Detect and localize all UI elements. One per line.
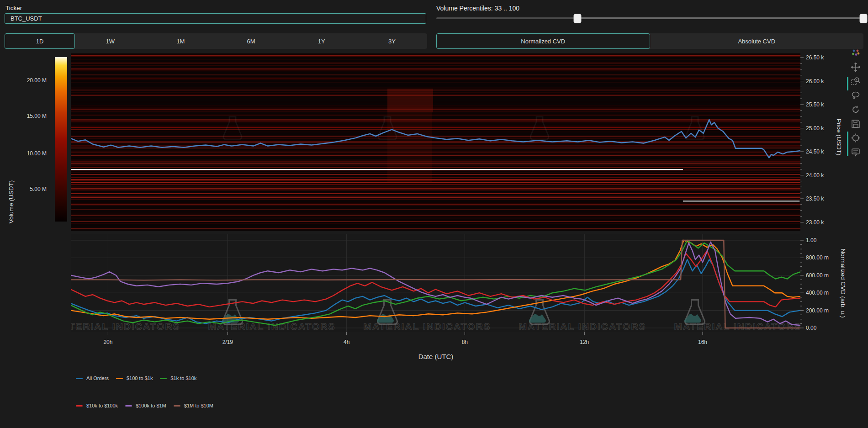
legend-label: All Orders bbox=[86, 375, 109, 381]
cvd-tick-label: 200.00 m bbox=[806, 307, 829, 314]
modebar-active-indicator bbox=[847, 132, 848, 156]
watermark-text: MATERIAL INDICATORS bbox=[519, 321, 646, 332]
save-image-icon[interactable] bbox=[851, 119, 860, 128]
lasso-select-icon[interactable] bbox=[851, 91, 860, 100]
legend-item[interactable]: $100 to $1k bbox=[116, 375, 153, 381]
hover-mode-icon[interactable] bbox=[851, 148, 860, 157]
spikelines-icon[interactable] bbox=[851, 133, 860, 143]
legend-item[interactable]: All Orders bbox=[76, 375, 109, 381]
legend-swatch-icon bbox=[174, 405, 180, 407]
volume-tick-label: 10.00 M bbox=[14, 150, 47, 157]
legend-swatch-icon bbox=[76, 405, 83, 407]
cvd-tick-label: 400.00 m bbox=[806, 290, 829, 296]
pan-icon[interactable] bbox=[851, 63, 860, 72]
legend-label: $1k to $10k bbox=[170, 375, 196, 381]
plotly-logo-icon[interactable] bbox=[851, 48, 860, 58]
price-tick-label: 23.00 k bbox=[806, 219, 824, 226]
legend-label: $10k to $100k bbox=[86, 403, 118, 408]
legend-row: All Orders$100 to $1k$1k to $10k bbox=[76, 375, 196, 381]
volume-tick-label: 5.00 M bbox=[14, 186, 47, 192]
legend-label: $100 to $1k bbox=[127, 375, 153, 381]
legend-label: $1M to $10M bbox=[184, 403, 213, 408]
legend-item[interactable]: $100k to $1M bbox=[125, 403, 166, 408]
legend-swatch-icon bbox=[116, 378, 123, 379]
price-tick-label: 23.50 k bbox=[806, 196, 824, 202]
x-tick-label: 4h bbox=[344, 339, 349, 345]
price-tick-label: 25.50 k bbox=[806, 101, 824, 108]
price-tick-label: 24.50 k bbox=[806, 148, 824, 155]
x-tick-label: 16h bbox=[698, 339, 707, 345]
legend-swatch-icon bbox=[160, 378, 167, 379]
reset-axes-icon[interactable] bbox=[851, 105, 860, 114]
price-tick-label: 24.00 k bbox=[806, 172, 824, 179]
watermark-text: MATERIAL INDICATORS bbox=[53, 321, 180, 332]
x-tick-label: 12h bbox=[580, 339, 589, 345]
legend-item[interactable]: $10k to $100k bbox=[76, 403, 118, 408]
legend-row: $10k to $100k$100k to $1M$1M to $10M bbox=[76, 403, 213, 408]
legend-item[interactable]: $1k to $10k bbox=[160, 375, 196, 381]
price-tick-label: 26.00 k bbox=[806, 78, 824, 85]
x-tick-label: 20h bbox=[103, 339, 112, 345]
watermark-text: MATERIAL INDICATORS bbox=[363, 321, 491, 332]
cvd-tick-label: 600.00 m bbox=[806, 272, 829, 279]
volume-tick-label: 15.00 M bbox=[14, 113, 47, 119]
chart-canvas[interactable]: MATERIAL INDICATORSMATERIAL INDICATORSMA… bbox=[0, 0, 868, 428]
price-tick-label: 26.50 k bbox=[806, 54, 824, 61]
volume-tick-label: 20.00 M bbox=[14, 77, 47, 84]
modebar-active-indicator bbox=[847, 77, 848, 90]
cvd-tick-label: 800.00 m bbox=[806, 254, 829, 261]
price-tick-label: 25.00 k bbox=[806, 125, 824, 132]
x-tick-label: 2/19 bbox=[222, 339, 233, 345]
legend-item[interactable]: $1M to $10M bbox=[174, 403, 213, 408]
app-window: Ticker Volume Percentiles: 33 .. 100 1D1… bbox=[0, 0, 868, 428]
cvd-tick-label: 1.00 bbox=[806, 237, 816, 243]
modebar bbox=[850, 48, 862, 157]
legend-swatch-icon bbox=[76, 378, 83, 379]
legend-label: $100k to $1M bbox=[136, 403, 166, 408]
legend-swatch-icon bbox=[125, 405, 132, 407]
x-tick-label: 8h bbox=[462, 339, 468, 345]
box-zoom-icon[interactable] bbox=[851, 77, 860, 86]
cvd-tick-label: 0.00 bbox=[806, 325, 816, 331]
